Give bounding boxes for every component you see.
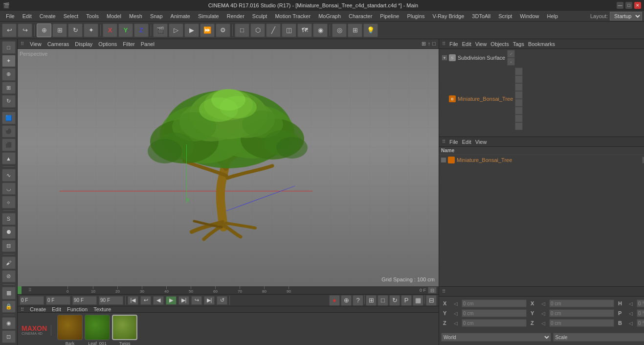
- cone-tool[interactable]: ▲: [2, 152, 16, 165]
- stamp-tool[interactable]: ◉: [2, 317, 16, 330]
- material-twigs[interactable]: Twigs: [112, 315, 137, 345]
- coord-y-pos[interactable]: [462, 309, 527, 317]
- coord-x-pos[interactable]: [462, 299, 527, 307]
- material-bark[interactable]: Bark: [57, 315, 83, 345]
- cylinder-tool[interactable]: ⬛: [2, 138, 16, 151]
- mat-menu-edit[interactable]: Edit: [52, 306, 61, 312]
- layer-tool[interactable]: ▦: [2, 287, 16, 299]
- vp-menu-panel[interactable]: Panel: [141, 41, 155, 47]
- menu-pipeline[interactable]: Pipeline: [376, 12, 403, 20]
- object-mode-button[interactable]: □: [235, 23, 249, 37]
- bonsai-ctrl-8[interactable]: [515, 122, 523, 130]
- menu-animate[interactable]: Animate: [167, 12, 194, 20]
- grid-button[interactable]: ⊞: [348, 23, 362, 37]
- vp-ctrl-2[interactable]: ↑: [428, 41, 431, 47]
- obj-menu-file[interactable]: File: [449, 41, 458, 47]
- bonsai-ctrl-7[interactable]: [515, 115, 523, 122]
- menu-tools[interactable]: Tools: [82, 12, 103, 20]
- next-frame-button[interactable]: ▶|: [178, 296, 189, 305]
- vp-menu-display[interactable]: Display: [75, 41, 92, 47]
- layout-transport-button[interactable]: ⊟: [426, 295, 437, 306]
- bonsai-ctrl-1[interactable]: [515, 68, 523, 75]
- bonsai-ctrl-3[interactable]: [515, 83, 523, 91]
- mesh-mode-button[interactable]: ⬡: [250, 23, 265, 37]
- render-frame-button[interactable]: ▷: [169, 23, 183, 37]
- transport-current-frame[interactable]: [20, 296, 44, 305]
- menu-3dtoall[interactable]: 3DToAll: [468, 12, 494, 20]
- menu-snap[interactable]: Snap: [146, 12, 167, 20]
- snap-button[interactable]: ◎: [332, 23, 347, 37]
- move-tool[interactable]: ⊕: [2, 68, 16, 81]
- coord-y-size[interactable]: [549, 309, 614, 317]
- scale-tool[interactable]: ⊞: [2, 82, 16, 94]
- menu-motion-tracker[interactable]: Motion Tracker: [271, 12, 314, 20]
- goto-start-button[interactable]: |◀: [128, 296, 138, 305]
- obj-menu-view[interactable]: View: [475, 41, 487, 47]
- loop-button[interactable]: ↺: [217, 296, 227, 305]
- layout-dropdown[interactable]: Startup: [610, 12, 642, 21]
- undo-button[interactable]: ↩: [2, 23, 17, 37]
- light2-tool[interactable]: ⚈: [2, 226, 16, 239]
- bonsai-ctrl-5[interactable]: [515, 99, 523, 107]
- coord-z-pos[interactable]: [462, 319, 527, 327]
- coord-h-rot[interactable]: [637, 299, 644, 307]
- obj-menu-objects[interactable]: Objects: [490, 41, 509, 47]
- render-region-button[interactable]: 🎬: [153, 23, 168, 37]
- cube-tool[interactable]: 🟦: [2, 112, 16, 124]
- param-button[interactable]: ▦: [413, 295, 423, 306]
- floor-tool[interactable]: ⊟: [2, 240, 16, 253]
- subdivision-dot[interactable]: •: [507, 58, 515, 66]
- render-settings-button[interactable]: ⚙: [216, 23, 230, 37]
- transport-end-frame2[interactable]: [99, 296, 123, 305]
- sculpt-sidebar-tool[interactable]: ⊘: [2, 270, 16, 283]
- vp-ctrl-1[interactable]: ⊞: [422, 41, 426, 47]
- prev-key-button[interactable]: ↩: [140, 296, 151, 305]
- transform-tool-button[interactable]: ✦: [84, 23, 98, 37]
- prev-frame-button[interactable]: ◀: [153, 296, 164, 305]
- mat-menu-texture[interactable]: Texture: [93, 306, 111, 312]
- attr-row-bonsai[interactable]: Miniature_Bonsai_Tree •: [439, 156, 644, 164]
- transport-end-frame[interactable]: [72, 296, 97, 305]
- texture-mode-button[interactable]: ◉: [313, 23, 328, 37]
- z-axis-button[interactable]: Z: [134, 23, 149, 37]
- coord-system-dropdown[interactable]: World Local: [441, 333, 551, 342]
- vp-menu-options[interactable]: Options: [98, 41, 117, 47]
- render-active-button[interactable]: ▶: [184, 23, 199, 37]
- menu-character[interactable]: Character: [345, 12, 376, 20]
- poly-mode-button[interactable]: ◫: [282, 23, 296, 37]
- bonsai-ctrl-4[interactable]: [515, 91, 523, 99]
- menu-vray[interactable]: V-Ray Bridge: [429, 12, 468, 20]
- rotate-tool[interactable]: ↻: [2, 95, 16, 108]
- goto-end-button[interactable]: ▶|: [204, 296, 215, 305]
- vp-ctrl-3[interactable]: □: [432, 41, 436, 47]
- coord-x-size[interactable]: [549, 299, 614, 307]
- next-key-button[interactable]: ↪: [191, 296, 202, 305]
- menu-mesh[interactable]: Mesh: [125, 12, 146, 20]
- deform-tool[interactable]: ⟐: [2, 196, 16, 208]
- lock-tool[interactable]: 🔒: [2, 300, 16, 313]
- select-tool[interactable]: ✦: [2, 55, 16, 68]
- menu-plugins[interactable]: Plugins: [403, 12, 428, 20]
- move-tool-button[interactable]: ⊕: [37, 23, 51, 37]
- menu-model[interactable]: Model: [103, 12, 125, 20]
- bonsai-ctrl-6[interactable]: [515, 107, 523, 115]
- pos-button[interactable]: P: [401, 295, 412, 306]
- obj-menu-edit[interactable]: Edit: [462, 41, 471, 47]
- nurbs-tool[interactable]: ◡: [2, 183, 16, 195]
- menu-mograph[interactable]: MoGraph: [314, 12, 345, 20]
- attr-menu-view[interactable]: View: [475, 139, 487, 145]
- material-leaf[interactable]: Leaf_001: [85, 315, 110, 345]
- object-tool[interactable]: □: [2, 41, 16, 54]
- move-transport-button[interactable]: ⊞: [366, 295, 377, 306]
- mat-menu-function[interactable]: Function: [67, 306, 88, 312]
- bonsai-ctrl-2[interactable]: [515, 75, 523, 83]
- maximize-button[interactable]: □: [625, 2, 632, 9]
- attr-menu-file[interactable]: File: [449, 139, 458, 145]
- transport-start-frame[interactable]: [46, 296, 70, 305]
- obj-menu-bookmarks[interactable]: Bookmarks: [528, 41, 555, 47]
- play-button[interactable]: ▶: [166, 296, 177, 305]
- mat-menu-create[interactable]: Create: [30, 306, 46, 312]
- y-axis-button[interactable]: Y: [118, 23, 133, 37]
- menu-file[interactable]: File: [2, 12, 19, 20]
- obj-row-subdivision[interactable]: ▼ S Subdivision Surface ✓ •: [439, 49, 644, 67]
